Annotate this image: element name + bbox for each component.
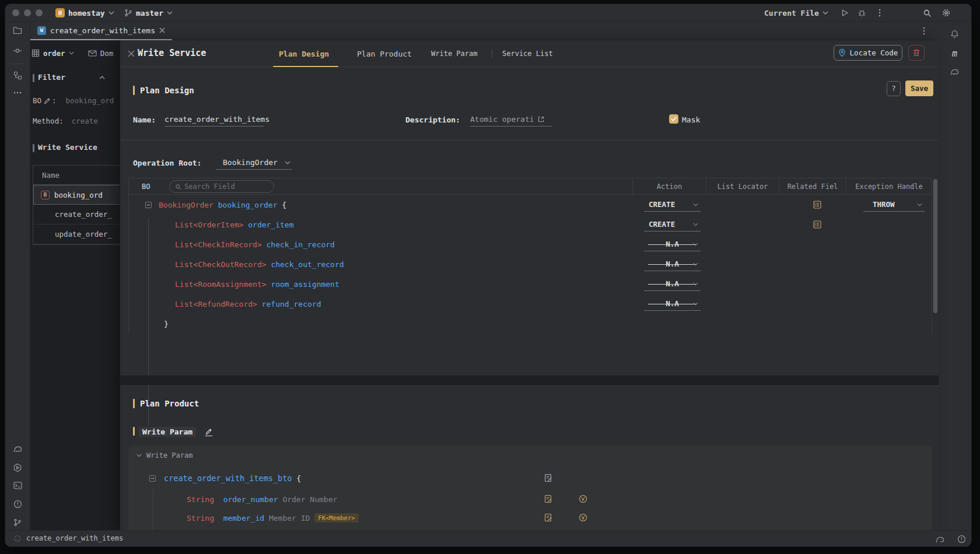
window-close-button[interactable]	[12, 9, 19, 16]
tab-plan-design[interactable]: Plan Design	[279, 40, 329, 67]
problems-status-icon[interactable]	[957, 535, 966, 544]
maven-tool-button[interactable]: m	[938, 48, 971, 59]
project-name: homestay	[68, 9, 105, 17]
action-select[interactable]: N.A	[644, 237, 701, 251]
table-row[interactable]: List<RefundRecord> refund_record N.A	[129, 294, 932, 314]
run-config-selector[interactable]: Current File	[764, 4, 828, 22]
action-select[interactable]: CREATE	[644, 218, 701, 232]
tab-write-param[interactable]: Write Param	[431, 40, 477, 67]
table-row[interactable]: List<CheckOutRecord> check_out_record N.…	[129, 254, 932, 274]
gradle-tool-button[interactable]	[5, 444, 30, 453]
branch-selector[interactable]: master	[124, 4, 173, 22]
problems-tool-button[interactable]	[5, 500, 30, 509]
bo-type-selector[interactable]: order Dom	[32, 47, 113, 59]
name-value: create_order_with_items	[164, 115, 270, 124]
locate-code-button[interactable]: Locate Code	[834, 45, 902, 61]
filter-section-header[interactable]: Filter	[38, 73, 105, 82]
table-row[interactable]: BookingOrder booking_order { CREATE THRO…	[129, 195, 932, 215]
notifications-button[interactable]	[938, 30, 971, 38]
window-zoom-button[interactable]	[36, 9, 43, 16]
settings-button[interactable]	[942, 4, 951, 22]
table-header-row: BO Action List Locator Related Fiel Exce…	[128, 178, 932, 195]
tab-plan-product[interactable]: Plan Product	[357, 40, 412, 67]
more-tool-windows-button[interactable]	[5, 92, 30, 94]
pencil-icon[interactable]	[44, 97, 51, 104]
service-row-selected[interactable]: B booking_ord	[33, 185, 120, 205]
project-selector[interactable]: H homestay	[55, 4, 114, 22]
project-tool-button[interactable]	[5, 26, 30, 34]
action-select[interactable]: N.A	[644, 297, 701, 311]
bto-root-row[interactable]: create_order_with_items_bto {	[149, 472, 301, 484]
operation-root-select[interactable]: BookingOrder	[216, 156, 292, 170]
services-tool-button[interactable]	[5, 463, 30, 472]
expand-editor-icon[interactable]	[538, 116, 544, 122]
group-title: Write Param	[146, 451, 192, 460]
method-filter-row: Method: create	[33, 117, 98, 125]
ai-assistant-tool-button[interactable]	[938, 67, 971, 76]
tab-options-button[interactable]	[923, 27, 925, 35]
search-everywhere-button[interactable]	[923, 4, 932, 22]
tab-close-icon[interactable]	[159, 27, 165, 33]
trash-icon	[913, 49, 920, 57]
write-service-sidebar: order Dom Filter BO : booking_ord	[30, 40, 120, 531]
action-select[interactable]: CREATE	[644, 198, 701, 212]
scrollbar-thumb[interactable]	[933, 179, 937, 313]
related-field-icon[interactable]	[813, 220, 822, 229]
edit-pencil-icon[interactable]	[205, 428, 212, 436]
terminal-tool-button[interactable]	[5, 482, 30, 489]
search-input[interactable]	[184, 183, 266, 191]
chevron-up-icon[interactable]	[99, 76, 105, 79]
method-value[interactable]: create	[72, 117, 98, 125]
save-button[interactable]: Save	[905, 80, 933, 96]
service-row[interactable]: update_order_	[33, 225, 120, 244]
table-row[interactable]: List<RoomAssignment> room_assignment N.A	[129, 274, 932, 294]
ide-window: H homestay master Current File	[5, 3, 972, 547]
collapse-expander-icon[interactable]	[145, 202, 152, 208]
action-select[interactable]: N.A	[644, 277, 701, 291]
commit-tool-button[interactable]	[5, 48, 30, 54]
collapse-expander-icon[interactable]	[149, 475, 156, 482]
bo-filter-colon: :	[52, 96, 57, 105]
mask-checkbox[interactable]	[669, 114, 678, 124]
note-edit-icon[interactable]	[544, 495, 552, 503]
action-select[interactable]: N.A	[644, 257, 701, 271]
help-button[interactable]: ?	[887, 81, 901, 96]
list-locator-column-header: List Locator	[706, 178, 779, 194]
field-type: List<CheckOutRecord>	[175, 260, 267, 269]
description-field[interactable]: Atomic operati	[470, 113, 552, 127]
note-edit-icon[interactable]	[544, 474, 552, 482]
table-body: BookingOrder booking_order { CREATE THRO…	[128, 195, 932, 334]
bo-filter-value[interactable]: booking_ord	[66, 96, 114, 105]
name-field[interactable]: create_order_with_items	[164, 113, 264, 127]
close-icon[interactable]	[128, 50, 135, 57]
name-column-header[interactable]: Name	[33, 166, 120, 185]
table-row[interactable]: List<CheckInRecord> check_in_record N.A	[129, 234, 932, 254]
service-row-label: booking_ord	[54, 191, 103, 199]
envelope-icon[interactable]	[88, 50, 97, 57]
validation-icon[interactable]	[579, 495, 587, 503]
version-control-tool-button[interactable]	[5, 518, 30, 527]
service-row[interactable]: create_order_	[33, 205, 120, 225]
tab-service-list[interactable]: Service List	[502, 40, 553, 67]
run-button[interactable]	[841, 4, 849, 22]
validation-icon[interactable]	[579, 513, 587, 522]
debug-button[interactable]	[858, 4, 866, 22]
window-minimize-button[interactable]	[24, 9, 31, 16]
editor-tab[interactable]: W create_order_with_items	[30, 22, 172, 40]
write-param-group-header[interactable]: Write Param	[136, 451, 192, 460]
exception-handle-select[interactable]: THROW	[863, 198, 925, 212]
structure-tool-button[interactable]	[5, 71, 30, 80]
more-actions-button[interactable]	[878, 4, 881, 22]
param-row[interactable]: String order_number Order Number	[187, 493, 337, 505]
delete-button[interactable]	[908, 45, 925, 61]
domain-tab-label[interactable]: Dom	[100, 49, 114, 58]
table-row[interactable]: List<OrderItem> order_item CREATE	[129, 215, 932, 234]
ai-assistant-status-icon[interactable]	[935, 535, 945, 544]
operation-root-label: Operation Root:	[133, 159, 201, 167]
note-edit-icon[interactable]	[544, 513, 552, 522]
status-text[interactable]: create_order_with_items	[26, 534, 123, 542]
maven-icon: m	[952, 48, 957, 59]
related-field-icon[interactable]	[813, 200, 822, 209]
write-service-title: Write Service	[38, 143, 97, 152]
param-row[interactable]: String member_id Member ID FK<Member>	[187, 512, 359, 524]
